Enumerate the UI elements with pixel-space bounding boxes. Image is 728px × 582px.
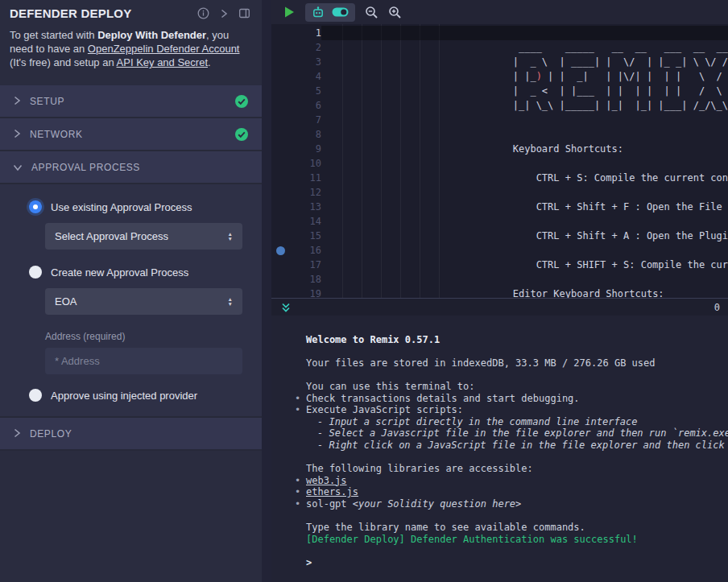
gutter-glyph-margin[interactable] (271, 69, 287, 84)
editor-line[interactable]: 2 ____ _____ __ __ ___ __ __ ___ ____ __… (271, 40, 728, 55)
library-link[interactable]: web3.js (306, 475, 347, 486)
gutter-glyph-margin[interactable] (271, 287, 287, 298)
line-number: 10 (287, 156, 321, 171)
editor-line[interactable]: 8 (271, 127, 728, 142)
line-content: Keyboard Shortcuts: (321, 142, 728, 156)
line-content (321, 127, 728, 142)
gutter-glyph-margin[interactable] (271, 214, 287, 229)
terminal-line: •sol-gpt <your Solidity question here> (271, 498, 728, 510)
section-deploy[interactable]: DEPLOY (0, 418, 262, 451)
line-number: 13 (287, 200, 321, 214)
toggle-switch-icon[interactable] (332, 7, 349, 17)
defender-account-link[interactable]: OpenZeppelin Defender Account (88, 43, 240, 55)
editor-line[interactable]: 3| _ \ | ____| | \/ | |_ _| \ \/ / |_ _|… (271, 55, 728, 69)
terminal-line (271, 369, 728, 381)
editor-line[interactable]: 6|_| \_\ |_____| |_| |_| |___| /_/\_\ |_… (271, 98, 728, 113)
section-setup[interactable]: SETUP (0, 85, 262, 118)
line-content (321, 26, 728, 40)
gutter-glyph-margin[interactable] (271, 200, 287, 214)
remix-ai-icon[interactable] (312, 6, 325, 19)
editor-line[interactable]: 7 (271, 113, 728, 127)
gutter-glyph-margin[interactable] (271, 40, 287, 55)
collapse-terminal-icon[interactable] (280, 302, 292, 313)
line-number: 4 (287, 69, 321, 84)
editor-line[interactable]: 9Keyboard Shortcuts: (271, 142, 728, 156)
terminal-line: - Right click on a JavaScript file in th… (271, 440, 728, 452)
chevron-right-icon (13, 427, 21, 441)
section-approval-process[interactable]: APPROVAL PROCESS (0, 151, 262, 184)
editor-line[interactable]: 4| |_) | | _| | |\/| | | | \ / | | | | |… (271, 69, 728, 84)
line-number: 15 (287, 229, 321, 243)
gutter-glyph-margin[interactable] (271, 258, 287, 272)
gutter-glyph-margin[interactable] (271, 185, 287, 200)
select-arrows-icon: ▲▼ (228, 232, 233, 241)
pin-panel-icon[interactable] (238, 7, 250, 19)
panel-resize-handle[interactable] (262, 0, 271, 582)
terminal-line: You can use this terminal to: (271, 381, 728, 393)
radio-label: Approve using injected provider (51, 390, 197, 402)
transaction-count-badge: 0 (714, 302, 720, 313)
editor-line[interactable]: 5| _ < | |___ | | | | | | / \ | | | |_| … (271, 84, 728, 98)
line-content: CTRL + SHIFT + S: Compile the current co… (321, 258, 728, 272)
zoom-in-icon[interactable] (388, 6, 402, 19)
terminal-prompt[interactable]: > (271, 557, 728, 569)
select-arrows-icon: ▲▼ (228, 297, 233, 307)
gutter-glyph-margin[interactable] (271, 243, 287, 258)
api-key-link[interactable]: API Key and Secret (117, 56, 208, 68)
bullet-icon: • (295, 498, 300, 510)
editor-line[interactable]: 1 (271, 26, 728, 40)
chevron-right-icon[interactable] (219, 8, 229, 19)
line-content (321, 272, 728, 287)
editor-line[interactable]: 10 (271, 156, 728, 171)
editor-line[interactable]: 19Editor Keyboard Shortcuts: (271, 287, 728, 298)
terminal-line: Type the library name to see available c… (271, 522, 728, 534)
intro-bold: Deploy With Defender (97, 29, 206, 41)
radio-checked-icon (29, 200, 42, 213)
address-input[interactable] (45, 348, 242, 374)
info-icon[interactable] (197, 7, 209, 19)
editor-line[interactable]: 14 (271, 214, 728, 229)
gutter-glyph-margin[interactable] (271, 142, 287, 156)
library-link[interactable]: ethers.js (306, 486, 358, 497)
gutter-glyph-margin[interactable] (271, 55, 287, 69)
terminal-line: [Defender Deploy] Defender Authenticatio… (271, 534, 728, 546)
bullet-icon: • (295, 486, 300, 498)
terminal-line: Welcome to Remix 0.57.1 (271, 334, 728, 346)
gutter-glyph-margin[interactable] (271, 127, 287, 142)
terminal[interactable]: Welcome to Remix 0.57.1Your files are st… (271, 316, 728, 582)
panel-header-actions (197, 7, 250, 19)
line-content: CTRL + Shift + A : Open the Plugin Manag… (321, 229, 728, 243)
gutter-glyph-margin[interactable] (271, 171, 287, 185)
editor-line[interactable]: 17CTRL + SHIFT + S: Compile the current … (271, 258, 728, 272)
approval-process-select[interactable]: Select Approval Process ▲▼ (45, 223, 242, 250)
radio-injected-provider[interactable]: Approve using injected provider (29, 389, 242, 402)
section-label: NETWORK (30, 129, 83, 140)
terminal-line: - Select a Javascript file in the file e… (271, 427, 728, 440)
radio-use-existing-approval[interactable]: Use existing Approval Process (29, 200, 242, 213)
editor-line[interactable]: 16 (271, 243, 728, 258)
zoom-out-icon[interactable] (365, 6, 378, 19)
gutter-glyph-margin[interactable] (271, 156, 287, 171)
gutter-glyph-margin[interactable] (271, 98, 287, 113)
approval-process-form: Use existing Approval Process Select App… (0, 184, 262, 418)
editor-line[interactable]: 18 (271, 272, 728, 287)
editor-line[interactable]: 12 (271, 185, 728, 200)
panel-title: DEFENDER DEPLOY (10, 6, 131, 20)
terminal-line (271, 345, 728, 357)
line-number: 12 (287, 185, 321, 200)
approval-type-select[interactable]: EOA ▲▼ (45, 288, 242, 315)
code-editor[interactable]: 12 ____ _____ __ __ ___ __ __ ___ ____ _… (271, 24, 728, 298)
line-number: 8 (287, 127, 321, 142)
editor-line[interactable]: 15CTRL + Shift + A : Open the Plugin Man… (271, 229, 728, 243)
gutter-glyph-margin[interactable] (271, 84, 287, 98)
breakpoint-icon[interactable] (276, 246, 285, 255)
editor-line[interactable]: 13CTRL + Shift + F : Open the File Explo… (271, 200, 728, 214)
gutter-glyph-margin[interactable] (271, 272, 287, 287)
gutter-glyph-margin[interactable] (271, 113, 287, 127)
gutter-glyph-margin[interactable] (271, 26, 287, 40)
run-script-button[interactable] (283, 6, 296, 19)
section-network[interactable]: NETWORK (0, 118, 262, 151)
radio-create-new-approval[interactable]: Create new Approval Process (29, 266, 242, 279)
editor-line[interactable]: 11CTRL + S: Compile the current contract (271, 171, 728, 185)
gutter-glyph-margin[interactable] (271, 229, 287, 243)
